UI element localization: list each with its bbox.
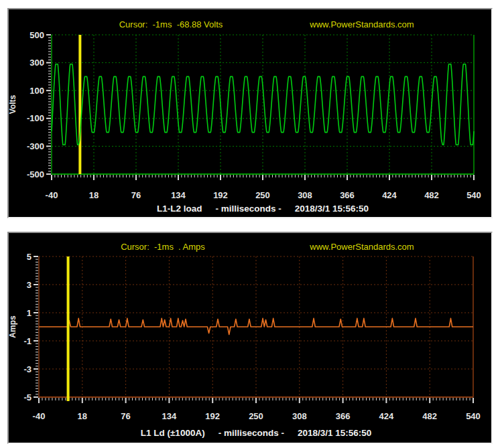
current-footer: L1 Ld (±1000A) - milliseconds - 2018/3/1… <box>141 429 372 438</box>
current-timestamp: 2018/3/1 15:56:50 <box>298 429 371 438</box>
current-x-tick-label: -40 <box>33 411 46 421</box>
current-x-tick-label: 366 <box>336 411 351 421</box>
voltage-y-tick-label: 300 <box>29 58 44 68</box>
voltage-y-tick-label: -300 <box>27 141 44 151</box>
voltage-x-tick-label: 250 <box>255 190 270 200</box>
voltage-x-tick-label: 424 <box>382 190 397 200</box>
voltage-x-tick-label: 18 <box>89 190 99 200</box>
current-y-tick-label: 3 <box>27 280 32 290</box>
current-x-tick-label: 134 <box>162 411 177 421</box>
current-y-tick-label: -3 <box>23 364 32 374</box>
current-channel-label: L1 Ld (±1000A) <box>141 429 205 438</box>
voltage-timestamp: 2018/3/1 15:56:50 <box>295 204 369 214</box>
current-x-tick-label: 424 <box>379 411 394 421</box>
voltage-grid <box>52 35 474 174</box>
current-chart-canvas[interactable]: -401876134192250308366424482540531-1-3-5 <box>9 233 489 440</box>
current-cursor-line[interactable] <box>67 256 70 401</box>
voltage-cursor-line[interactable] <box>78 35 81 174</box>
current-y-tick-label: 1 <box>27 308 32 318</box>
voltage-x-tick-label: 540 <box>466 190 481 200</box>
current-x-tick-label: 308 <box>292 411 307 421</box>
voltage-x-tick-label: 192 <box>213 190 228 200</box>
current-x-tick-label: 18 <box>78 411 87 421</box>
current-y-tick-label: 5 <box>27 252 32 262</box>
current-chart-window: Cursor: -1ms . Amps www.PowerStandards.c… <box>7 232 493 444</box>
current-axis-ticks <box>34 256 473 403</box>
current-x-tick-label: 76 <box>121 411 130 421</box>
voltage-y-tick-label: 500 <box>29 30 44 40</box>
voltage-footer: L1-L2 load - milliseconds - 2018/3/1 15:… <box>157 204 369 214</box>
voltage-x-tick-label: 366 <box>340 190 355 200</box>
voltage-x-tick-label: -40 <box>46 190 58 200</box>
voltage-y-tick-label: -100 <box>27 113 44 123</box>
voltage-channel-label: L1-L2 load <box>157 204 202 214</box>
current-x-units-label: - milliseconds - <box>218 429 284 438</box>
voltage-x-units-label: - milliseconds - <box>215 204 281 214</box>
voltage-x-tick-label: 308 <box>298 190 312 200</box>
voltage-x-tick-label: 482 <box>424 190 439 200</box>
voltage-x-tick-label: 134 <box>171 190 186 200</box>
current-x-tick-label: 540 <box>466 411 481 421</box>
current-x-tick-label: 250 <box>249 411 263 421</box>
current-x-tick-label: 192 <box>205 411 220 421</box>
voltage-y-tick-label: -500 <box>27 169 44 179</box>
voltage-chart-window: Cursor: -1ms -68.88 Volts www.PowerStand… <box>7 8 493 218</box>
voltage-chart-canvas[interactable]: -401876134192250308366424482540500300100… <box>9 9 489 214</box>
voltage-x-tick-label: 76 <box>131 190 141 200</box>
current-x-tick-label: 482 <box>422 411 437 421</box>
current-y-tick-label: -1 <box>23 336 32 346</box>
current-y-tick-label: -5 <box>23 392 32 402</box>
voltage-y-tick-label: 100 <box>29 86 44 96</box>
